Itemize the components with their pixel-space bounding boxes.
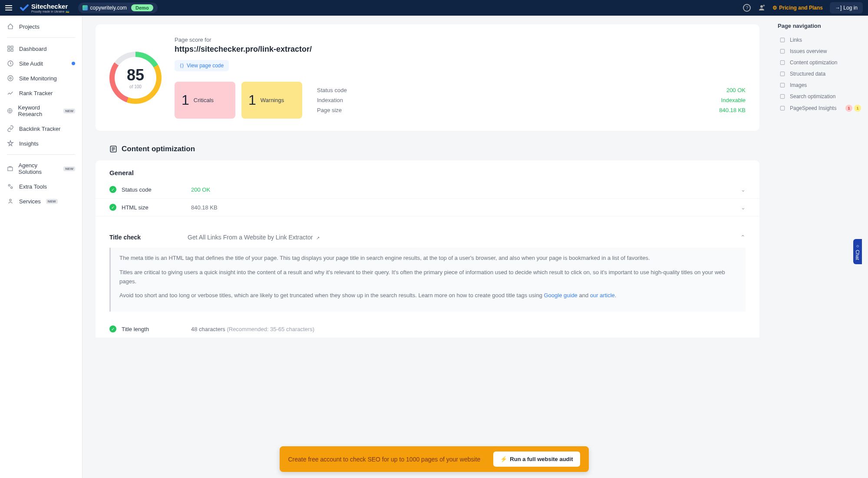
- title-description: The meta title is an HTML tag that defin…: [109, 248, 746, 312]
- audit-icon: [7, 60, 14, 67]
- metric-row: IndexationIndexable: [317, 95, 746, 105]
- login-icon: →]: [835, 5, 842, 11]
- our-article-link[interactable]: our article: [590, 292, 615, 299]
- svg-point-12: [11, 187, 13, 189]
- check-icon: [20, 3, 29, 12]
- content-optimization-header: Content optimization: [96, 141, 759, 160]
- title-check-row[interactable]: Title check Get All Links From a Website…: [96, 227, 759, 248]
- domain-text: copywritely.com: [90, 5, 127, 11]
- insights-icon: [7, 140, 14, 147]
- nav-images[interactable]: Images: [778, 80, 863, 91]
- sidebar-item-site-audit[interactable]: Site Audit: [0, 56, 82, 71]
- svg-rect-5: [11, 49, 13, 51]
- nav-search-optimization[interactable]: Search optimization: [778, 91, 863, 102]
- chat-button[interactable]: ○ Chat: [853, 239, 862, 264]
- svg-rect-21: [780, 106, 784, 110]
- run-audit-button[interactable]: ⚡ Run a full website audit: [493, 451, 580, 467]
- demo-badge: Demo: [131, 4, 153, 11]
- tools-icon: [7, 183, 14, 190]
- new-badge: NEW: [63, 109, 75, 113]
- check-ok-icon: ✓: [109, 204, 116, 211]
- svg-point-11: [8, 184, 10, 186]
- home-icon: [7, 23, 14, 30]
- sidebar-item-insights[interactable]: Insights: [0, 136, 82, 151]
- add-user-icon[interactable]: [758, 4, 766, 12]
- svg-rect-19: [780, 83, 784, 87]
- nav-issues-overview[interactable]: Issues overview: [778, 46, 863, 57]
- title-length-row[interactable]: ✓ Title length 48 characters (Recommende…: [96, 320, 759, 338]
- nav-icon: [779, 71, 785, 77]
- services-icon: [7, 198, 14, 205]
- google-guide-link[interactable]: Google guide: [544, 292, 578, 299]
- sidebar: Projects DashboardSite AuditSite Monitor…: [0, 16, 83, 478]
- brand-tagline: Proudly made in Ukraine 🇺🇦: [31, 10, 69, 13]
- warnings-box[interactable]: 1 Warnings: [241, 82, 302, 119]
- new-badge: NEW: [63, 166, 75, 171]
- metrics-list: Status code200 OKIndexationIndexablePage…: [308, 82, 746, 119]
- check-row-html-size[interactable]: ✓HTML size840.18 KB⌄: [96, 199, 759, 216]
- check-row-status-code[interactable]: ✓Status code200 OK⌄: [96, 181, 759, 199]
- sidebar-item-keyword-research[interactable]: Keyword ResearchNEW: [0, 100, 82, 121]
- domain-selector[interactable]: copywritely.com Demo: [78, 3, 158, 13]
- nav-icon: [779, 37, 785, 43]
- sidebar-item-rank-tracker[interactable]: Rank Tracker: [0, 86, 82, 100]
- code-icon: ⟨⟩: [180, 63, 184, 69]
- logo[interactable]: Sitechecker Proudly made in Ukraine 🇺🇦: [20, 3, 69, 13]
- nav-links[interactable]: Links: [778, 34, 863, 46]
- nav-icon: [779, 60, 785, 66]
- nav-pagespeed-insights[interactable]: PageSpeed Insights11: [778, 102, 863, 114]
- gear-icon: ⚙: [772, 5, 777, 11]
- nav-content-optimization[interactable]: Content optimization: [778, 57, 863, 68]
- count-badge: 1: [845, 105, 852, 112]
- view-code-button[interactable]: ⟨⟩ View page code: [175, 60, 229, 71]
- svg-rect-3: [11, 46, 13, 48]
- banner-text: Create free account to check SEO for up …: [288, 456, 481, 463]
- score-label: Page score for: [175, 37, 746, 43]
- chevron-up-icon: ⌃: [740, 234, 746, 241]
- cta-banner: Create free account to check SEO for up …: [280, 446, 589, 472]
- svg-rect-18: [780, 72, 784, 76]
- agency-icon: [7, 165, 13, 172]
- criticals-box[interactable]: 1 Criticals: [175, 82, 235, 119]
- svg-rect-15: [780, 38, 784, 42]
- general-header: General: [96, 160, 759, 181]
- score-max: of 100: [129, 84, 142, 89]
- nav-icon: [779, 105, 785, 111]
- login-button[interactable]: →] Log in: [830, 2, 863, 13]
- monitor-icon: [7, 75, 14, 82]
- svg-rect-2: [8, 46, 10, 48]
- sidebar-projects[interactable]: Projects: [0, 19, 82, 34]
- svg-point-13: [10, 199, 11, 201]
- sidebar-item-extra-tools[interactable]: Extra Tools: [0, 179, 82, 194]
- svg-rect-20: [780, 94, 784, 98]
- svg-point-7: [8, 76, 13, 81]
- dashboard-icon: [7, 45, 14, 52]
- page-url: https://sitechecker.pro/link-extractor/: [175, 45, 746, 54]
- score-value: 85: [127, 66, 144, 84]
- count-badge: 1: [854, 105, 861, 112]
- brand-name: Sitechecker: [31, 3, 69, 10]
- pricing-link[interactable]: ⚙ Pricing and Plans: [772, 5, 823, 11]
- menu-icon[interactable]: [5, 4, 16, 12]
- sidebar-item-site-monitoring[interactable]: Site Monitoring: [0, 71, 82, 86]
- svg-rect-10: [8, 167, 13, 171]
- sidebar-item-agency-solutions[interactable]: Agency SolutionsNEW: [0, 158, 82, 179]
- sidebar-item-backlink-tracker[interactable]: Backlink Tracker: [0, 121, 82, 136]
- chevron-down-icon: ⌄: [741, 186, 746, 193]
- chevron-down-icon: ⌄: [741, 204, 746, 211]
- svg-point-8: [10, 77, 11, 79]
- svg-point-0: [760, 5, 763, 8]
- bolt-icon: ⚡: [500, 456, 507, 462]
- notification-dot: [72, 62, 75, 65]
- sidebar-item-dashboard[interactable]: Dashboard: [0, 41, 82, 56]
- help-icon[interactable]: ?: [743, 4, 751, 12]
- nav-icon: [779, 48, 785, 54]
- metric-row: Page size840.18 KB: [317, 105, 746, 115]
- check-ok-icon: ✓: [109, 186, 116, 193]
- content-icon: [109, 145, 117, 153]
- sidebar-item-services[interactable]: ServicesNEW: [0, 194, 82, 209]
- external-link-icon[interactable]: ↗: [316, 236, 320, 240]
- nav-structured-data[interactable]: Structured data: [778, 68, 863, 80]
- nav-icon: [779, 93, 785, 100]
- svg-rect-17: [780, 60, 784, 64]
